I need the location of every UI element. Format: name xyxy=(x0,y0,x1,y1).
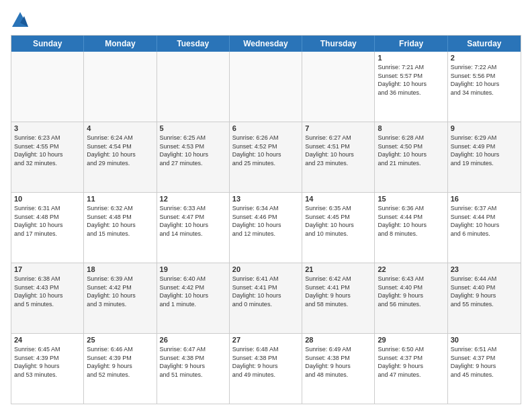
calendar-cell-3-1: 18Sunrise: 6:39 AM Sunset: 4:42 PM Dayli… xyxy=(84,263,157,333)
day-number: 1 xyxy=(378,54,444,62)
calendar-cell-1-4: 7Sunrise: 6:27 AM Sunset: 4:51 PM Daylig… xyxy=(302,122,375,192)
calendar-row-3: 17Sunrise: 6:38 AM Sunset: 4:43 PM Dayli… xyxy=(11,263,521,334)
day-info: Sunrise: 6:31 AM Sunset: 4:48 PM Dayligh… xyxy=(14,204,81,238)
day-number: 18 xyxy=(87,265,153,273)
day-info: Sunrise: 6:27 AM Sunset: 4:51 PM Dayligh… xyxy=(305,134,371,167)
day-info: Sunrise: 6:37 AM Sunset: 4:44 PM Dayligh… xyxy=(451,204,518,238)
calendar-cell-2-1: 11Sunrise: 6:32 AM Sunset: 4:48 PM Dayli… xyxy=(84,193,157,263)
header-wednesday: Wednesday xyxy=(230,36,302,52)
day-number: 17 xyxy=(14,265,81,273)
calendar-cell-0-1 xyxy=(84,52,157,122)
calendar-row-0: 1Sunrise: 7:21 AM Sunset: 5:57 PM Daylig… xyxy=(11,52,521,122)
day-number: 15 xyxy=(378,195,444,203)
calendar-cell-2-6: 16Sunrise: 6:37 AM Sunset: 4:44 PM Dayli… xyxy=(448,193,521,263)
day-number: 9 xyxy=(451,124,518,132)
calendar-row-4: 24Sunrise: 6:45 AM Sunset: 4:39 PM Dayli… xyxy=(11,334,521,404)
day-number: 7 xyxy=(305,124,371,132)
day-number: 16 xyxy=(451,195,518,203)
day-info: Sunrise: 6:47 AM Sunset: 4:38 PM Dayligh… xyxy=(160,345,226,379)
header-monday: Monday xyxy=(84,36,157,52)
calendar-header: Sunday Monday Tuesday Wednesday Thursday… xyxy=(11,36,521,52)
logo xyxy=(11,11,32,30)
calendar-cell-3-6: 23Sunrise: 6:44 AM Sunset: 4:40 PM Dayli… xyxy=(448,263,521,333)
day-info: Sunrise: 7:21 AM Sunset: 5:57 PM Dayligh… xyxy=(378,63,444,97)
day-info: Sunrise: 6:23 AM Sunset: 4:55 PM Dayligh… xyxy=(14,134,81,167)
day-info: Sunrise: 6:36 AM Sunset: 4:44 PM Dayligh… xyxy=(378,204,444,238)
calendar-cell-2-5: 15Sunrise: 6:36 AM Sunset: 4:44 PM Dayli… xyxy=(375,193,447,263)
day-number: 23 xyxy=(451,265,518,273)
day-number: 11 xyxy=(87,195,153,203)
header-tuesday: Tuesday xyxy=(157,36,230,52)
day-info: Sunrise: 6:49 AM Sunset: 4:38 PM Dayligh… xyxy=(305,345,371,379)
header-sunday: Sunday xyxy=(11,36,84,52)
day-info: Sunrise: 6:32 AM Sunset: 4:48 PM Dayligh… xyxy=(87,204,153,238)
day-info: Sunrise: 6:46 AM Sunset: 4:39 PM Dayligh… xyxy=(87,345,153,379)
day-info: Sunrise: 6:33 AM Sunset: 4:47 PM Dayligh… xyxy=(160,204,226,238)
calendar-cell-0-5: 1Sunrise: 7:21 AM Sunset: 5:57 PM Daylig… xyxy=(375,52,447,122)
calendar-cell-2-2: 12Sunrise: 6:33 AM Sunset: 4:47 PM Dayli… xyxy=(157,193,230,263)
calendar-row-2: 10Sunrise: 6:31 AM Sunset: 4:48 PM Dayli… xyxy=(11,193,521,263)
calendar: Sunday Monday Tuesday Wednesday Thursday… xyxy=(11,35,521,404)
day-number: 5 xyxy=(160,124,226,132)
calendar-cell-4-4: 28Sunrise: 6:49 AM Sunset: 4:38 PM Dayli… xyxy=(302,334,375,404)
day-number: 10 xyxy=(14,195,81,203)
day-number: 27 xyxy=(232,336,299,344)
calendar-cell-1-3: 6Sunrise: 6:26 AM Sunset: 4:52 PM Daylig… xyxy=(230,122,302,192)
calendar-cell-3-4: 21Sunrise: 6:42 AM Sunset: 4:41 PM Dayli… xyxy=(302,263,375,333)
day-number: 22 xyxy=(378,265,444,273)
calendar-cell-4-0: 24Sunrise: 6:45 AM Sunset: 4:39 PM Dayli… xyxy=(11,334,84,404)
day-info: Sunrise: 6:50 AM Sunset: 4:37 PM Dayligh… xyxy=(378,345,444,379)
calendar-cell-4-3: 27Sunrise: 6:48 AM Sunset: 4:38 PM Dayli… xyxy=(230,334,302,404)
calendar-cell-0-4 xyxy=(302,52,375,122)
day-number: 30 xyxy=(451,336,518,344)
calendar-body: 1Sunrise: 7:21 AM Sunset: 5:57 PM Daylig… xyxy=(11,52,521,404)
day-number: 14 xyxy=(305,195,371,203)
day-number: 21 xyxy=(305,265,371,273)
header-saturday: Saturday xyxy=(448,36,521,52)
day-info: Sunrise: 6:34 AM Sunset: 4:46 PM Dayligh… xyxy=(232,204,299,238)
day-number: 8 xyxy=(378,124,444,132)
day-info: Sunrise: 7:22 AM Sunset: 5:56 PM Dayligh… xyxy=(451,63,518,97)
calendar-cell-3-2: 19Sunrise: 6:40 AM Sunset: 4:42 PM Dayli… xyxy=(157,263,230,333)
page: Sunday Monday Tuesday Wednesday Thursday… xyxy=(0,0,532,411)
day-info: Sunrise: 6:45 AM Sunset: 4:39 PM Dayligh… xyxy=(14,345,81,379)
day-info: Sunrise: 6:39 AM Sunset: 4:42 PM Dayligh… xyxy=(87,275,153,308)
calendar-cell-0-6: 2Sunrise: 7:22 AM Sunset: 5:56 PM Daylig… xyxy=(448,52,521,122)
day-info: Sunrise: 6:35 AM Sunset: 4:45 PM Dayligh… xyxy=(305,204,371,238)
calendar-row-1: 3Sunrise: 6:23 AM Sunset: 4:55 PM Daylig… xyxy=(11,122,521,193)
day-number: 28 xyxy=(305,336,371,344)
day-number: 19 xyxy=(160,265,226,273)
calendar-cell-0-2 xyxy=(157,52,230,122)
day-info: Sunrise: 6:42 AM Sunset: 4:41 PM Dayligh… xyxy=(305,275,371,308)
calendar-cell-3-5: 22Sunrise: 6:43 AM Sunset: 4:40 PM Dayli… xyxy=(375,263,447,333)
header xyxy=(11,11,521,30)
day-info: Sunrise: 6:25 AM Sunset: 4:53 PM Dayligh… xyxy=(160,134,226,167)
calendar-cell-1-2: 5Sunrise: 6:25 AM Sunset: 4:53 PM Daylig… xyxy=(157,122,230,192)
day-number: 6 xyxy=(232,124,299,132)
day-number: 24 xyxy=(14,336,81,344)
day-number: 26 xyxy=(160,336,226,344)
day-info: Sunrise: 6:38 AM Sunset: 4:43 PM Dayligh… xyxy=(14,275,81,308)
calendar-cell-4-2: 26Sunrise: 6:47 AM Sunset: 4:38 PM Dayli… xyxy=(157,334,230,404)
header-friday: Friday xyxy=(375,36,447,52)
day-info: Sunrise: 6:41 AM Sunset: 4:41 PM Dayligh… xyxy=(232,275,299,308)
day-info: Sunrise: 6:43 AM Sunset: 4:40 PM Dayligh… xyxy=(378,275,444,308)
day-number: 12 xyxy=(160,195,226,203)
calendar-cell-2-0: 10Sunrise: 6:31 AM Sunset: 4:48 PM Dayli… xyxy=(11,193,84,263)
calendar-cell-3-0: 17Sunrise: 6:38 AM Sunset: 4:43 PM Dayli… xyxy=(11,263,84,333)
day-info: Sunrise: 6:24 AM Sunset: 4:54 PM Dayligh… xyxy=(87,134,153,167)
day-number: 13 xyxy=(232,195,299,203)
calendar-cell-3-3: 20Sunrise: 6:41 AM Sunset: 4:41 PM Dayli… xyxy=(230,263,302,333)
day-number: 29 xyxy=(378,336,444,344)
calendar-cell-1-1: 4Sunrise: 6:24 AM Sunset: 4:54 PM Daylig… xyxy=(84,122,157,192)
day-info: Sunrise: 6:51 AM Sunset: 4:37 PM Dayligh… xyxy=(451,345,518,379)
day-number: 20 xyxy=(232,265,299,273)
calendar-cell-2-3: 13Sunrise: 6:34 AM Sunset: 4:46 PM Dayli… xyxy=(230,193,302,263)
calendar-cell-4-6: 30Sunrise: 6:51 AM Sunset: 4:37 PM Dayli… xyxy=(448,334,521,404)
calendar-cell-1-5: 8Sunrise: 6:28 AM Sunset: 4:50 PM Daylig… xyxy=(375,122,447,192)
day-number: 3 xyxy=(14,124,81,132)
day-number: 4 xyxy=(87,124,153,132)
day-info: Sunrise: 6:29 AM Sunset: 4:49 PM Dayligh… xyxy=(451,134,518,167)
day-number: 25 xyxy=(87,336,153,344)
calendar-cell-0-3 xyxy=(230,52,302,122)
